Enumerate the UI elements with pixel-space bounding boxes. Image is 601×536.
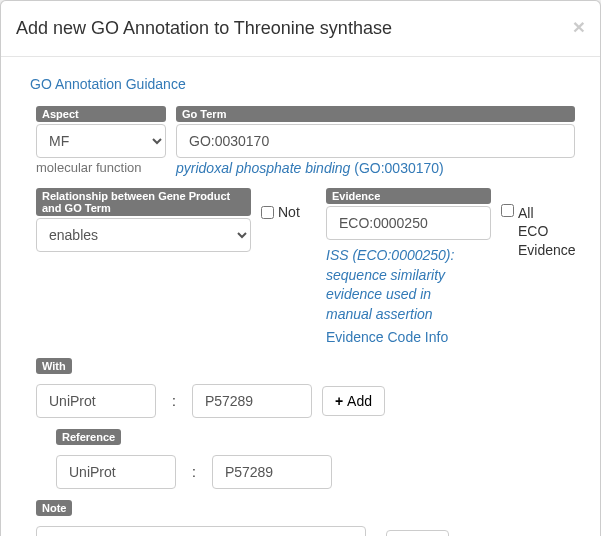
note-label: Note bbox=[36, 500, 72, 516]
not-label: Not bbox=[278, 204, 300, 220]
reference-id-input[interactable] bbox=[212, 455, 332, 489]
with-add-button[interactable]: +Add bbox=[322, 386, 385, 416]
evidence-desc-link[interactable]: ISS (ECO:0000250): sequence similarity e… bbox=[326, 246, 491, 324]
with-id-input[interactable] bbox=[192, 384, 312, 418]
all-eco-checkbox[interactable] bbox=[501, 204, 514, 217]
plus-icon: + bbox=[335, 393, 343, 409]
close-button[interactable]: × bbox=[573, 16, 585, 37]
not-checkbox[interactable] bbox=[261, 206, 274, 219]
modal-header: Add new GO Annotation to Threonine synth… bbox=[1, 1, 600, 57]
evidence-input[interactable] bbox=[326, 206, 491, 240]
aspect-select[interactable]: MF bbox=[36, 124, 166, 158]
reference-label: Reference bbox=[56, 429, 121, 445]
evidence-label: Evidence bbox=[326, 188, 491, 204]
goterm-label: Go Term bbox=[176, 106, 575, 122]
goterm-desc-link[interactable]: pyridoxal phosphate binding (GO:0030170) bbox=[176, 160, 444, 176]
note-add-button[interactable]: +Add bbox=[386, 530, 449, 536]
relationship-select[interactable]: enables bbox=[36, 218, 251, 252]
aspect-label: Aspect bbox=[36, 106, 166, 122]
guidance-link[interactable]: GO Annotation Guidance bbox=[30, 76, 186, 92]
with-label: With bbox=[36, 358, 72, 374]
evidence-info-link[interactable]: Evidence Code Info bbox=[326, 329, 448, 345]
reference-db-input[interactable] bbox=[56, 455, 176, 489]
all-eco-label: All ECO Evidence bbox=[518, 204, 576, 259]
goterm-input[interactable] bbox=[176, 124, 575, 158]
modal-title: Add new GO Annotation to Threonine synth… bbox=[16, 16, 585, 41]
with-db-input[interactable] bbox=[36, 384, 156, 418]
note-input[interactable] bbox=[36, 526, 366, 536]
relationship-label: Relationship between Gene Product and GO… bbox=[36, 188, 251, 216]
aspect-hint: molecular function bbox=[36, 160, 166, 175]
colon: : bbox=[186, 464, 202, 480]
colon: : bbox=[166, 393, 182, 409]
